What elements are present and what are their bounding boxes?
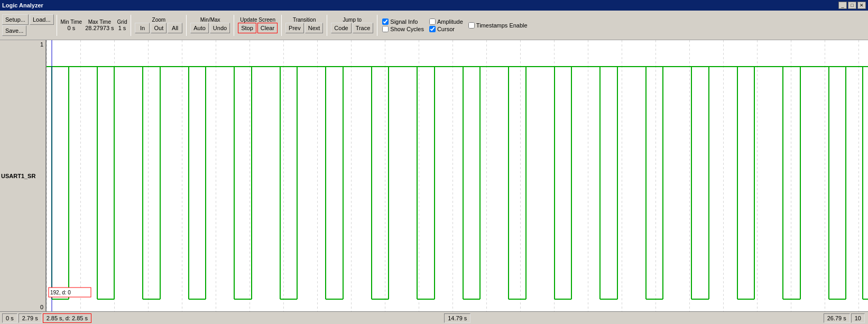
show-cycles-label: Show Cycles <box>390 26 424 32</box>
cursor-label: Cursor <box>437 26 455 32</box>
zoom-in-button[interactable]: In <box>135 23 150 33</box>
timestamps-label: Timestamps Enable <box>476 22 528 29</box>
status-time-marker-value: 14.79 s <box>448 315 467 321</box>
zoom-label: Zoom <box>152 17 166 23</box>
transition-label: Transition <box>293 17 316 23</box>
amplitude-row: Amplitude <box>429 18 463 25</box>
amplitude-checkbox[interactable] <box>429 18 436 25</box>
options-group2: Amplitude Cursor <box>429 18 463 32</box>
signal-top-label: 1 <box>40 41 43 48</box>
min-time-label: Min Time <box>61 19 82 25</box>
status-left-value: 0 s <box>6 315 14 321</box>
update-screen-label: Update Screen <box>240 17 275 23</box>
sep2 <box>131 15 131 36</box>
minmax-group: Min/Max Auto Undo <box>190 17 230 33</box>
prev-button[interactable]: Prev <box>285 23 304 33</box>
grid-value: 1 s <box>118 25 126 31</box>
status-extra-value: 10 <box>855 315 861 321</box>
auto-button[interactable]: Auto <box>190 23 209 33</box>
status-right: 26.79 s <box>824 313 850 323</box>
jump-to-label: Jump to <box>343 17 362 23</box>
options-group: Signal Info Show Cycles <box>382 18 424 32</box>
status-time-marker: 14.79 s <box>444 313 470 323</box>
window-controls: _ □ ✕ <box>838 2 866 9</box>
app-title: Logic Analyzer <box>2 2 43 8</box>
status-mid1-value: 2.79 s <box>22 315 38 321</box>
timestamps-row: Timestamps Enable <box>468 22 528 29</box>
signal-info-row: Signal Info <box>382 18 424 25</box>
file-group: Setup... Load... Save... <box>2 14 54 36</box>
code-button[interactable]: Code <box>331 23 351 33</box>
svg-rect-2 <box>47 40 868 311</box>
signal-name-label: USART1_SR <box>1 173 35 179</box>
status-cursor-value: 2.85 s, d: 2.85 s <box>47 315 88 321</box>
zoom-out-button[interactable]: Out <box>151 23 167 33</box>
status-mid1: 2.79 s <box>19 313 42 323</box>
signal-info-checkbox[interactable] <box>382 18 389 25</box>
zoom-all-button[interactable]: All <box>168 23 182 33</box>
toolbar: Setup... Load... Save... Min Time 0 s Ma… <box>0 11 868 40</box>
update-screen-group: Update Screen Stop Clear <box>238 17 278 33</box>
show-cycles-row: Show Cycles <box>382 26 424 32</box>
status-extra: 10 <box>851 313 865 323</box>
sep5 <box>281 15 282 36</box>
waveform-svg: 192, d: 0 <box>47 40 868 311</box>
timestamps-checkbox[interactable] <box>468 22 475 29</box>
load-button[interactable]: Load... <box>30 14 54 25</box>
transition-group: Transition Prev Next <box>285 17 323 33</box>
jump-to-group: Jump to Code Trace <box>331 17 373 33</box>
zoom-group: Zoom In Out All <box>135 17 182 33</box>
next-button[interactable]: Next <box>305 23 324 33</box>
maximize-button[interactable]: □ <box>848 2 856 9</box>
cursor-row: Cursor <box>429 26 463 32</box>
sep7 <box>377 15 377 36</box>
options-group3: Timestamps Enable <box>468 22 528 29</box>
sep3 <box>186 15 187 36</box>
waveform-area[interactable]: 192, d: 0 <box>47 40 868 311</box>
amplitude-label: Amplitude <box>437 18 463 25</box>
main-area: 1 USART1_SR 0 <box>0 40 868 311</box>
signal-bottom-label: 0 <box>40 304 43 310</box>
save-button[interactable]: Save... <box>2 25 26 36</box>
status-bar: 0 s 2.79 s 2.85 s, d: 2.85 s 14.79 s 26.… <box>0 311 868 324</box>
undo-button[interactable]: Undo <box>210 23 230 33</box>
max-time-label: Max Time <box>88 19 111 25</box>
sep6 <box>327 15 327 36</box>
title-bar: Logic Analyzer _ □ ✕ <box>0 0 868 11</box>
status-left: 0 s <box>2 313 17 323</box>
cursor-checkbox[interactable] <box>429 26 436 32</box>
stop-button[interactable]: Stop <box>238 23 256 33</box>
clear-button[interactable]: Clear <box>257 23 278 33</box>
grid-label: Grid <box>117 19 127 25</box>
svg-text:192,  d: 0: 192, d: 0 <box>50 290 71 295</box>
sep4 <box>234 15 234 36</box>
status-right-value: 26.79 s <box>827 315 846 321</box>
signal-info-label: Signal Info <box>390 18 418 25</box>
close-button[interactable]: ✕ <box>857 2 866 9</box>
signal-labels-panel: 1 USART1_SR 0 <box>0 40 47 311</box>
setup-button[interactable]: Setup... <box>2 14 29 25</box>
max-time-value: 28.27973 s <box>85 25 114 31</box>
grid-group: Grid 1 s <box>117 19 127 31</box>
min-time-value: 0 s <box>68 25 76 31</box>
sep1 <box>57 15 57 36</box>
minimize-button[interactable]: _ <box>838 2 847 9</box>
show-cycles-checkbox[interactable] <box>382 26 389 32</box>
min-time-group: Min Time 0 s <box>61 19 82 31</box>
max-time-group: Max Time 28.27973 s <box>85 19 114 31</box>
trace-button[interactable]: Trace <box>353 23 374 33</box>
minmax-label: Min/Max <box>200 17 220 23</box>
status-cursor-info: 2.85 s, d: 2.85 s <box>43 313 91 323</box>
